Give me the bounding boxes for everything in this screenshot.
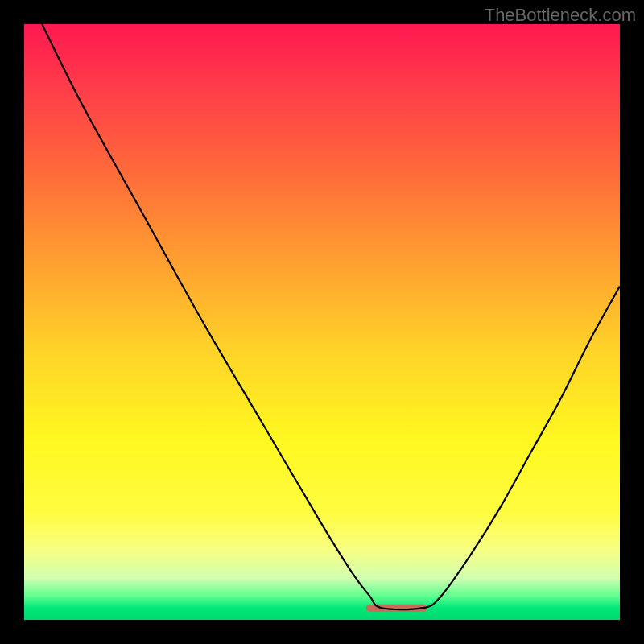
bottleneck-curve-line (42, 24, 620, 609)
chart-plot-area (24, 24, 620, 620)
watermark-text: TheBottleneck.com (485, 5, 636, 26)
chart-svg (24, 24, 620, 620)
